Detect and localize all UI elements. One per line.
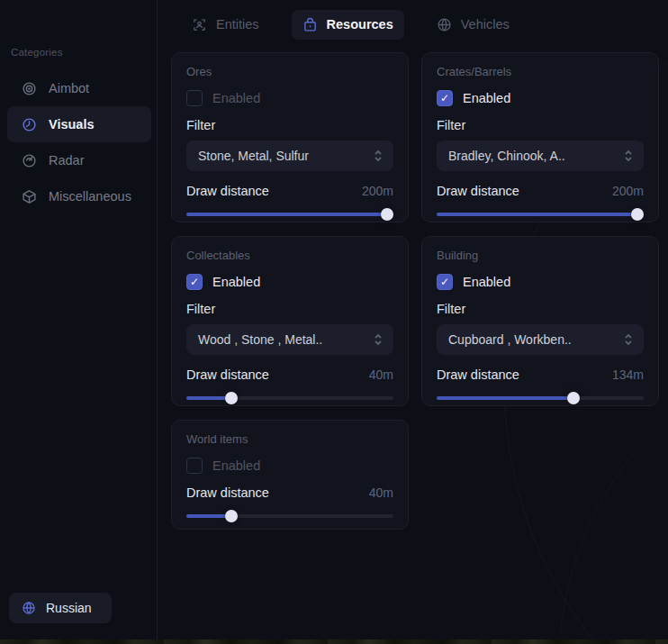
draw-distance-value: 40m [369, 485, 393, 500]
draw-distance-label: Draw distance [437, 184, 519, 198]
card-title: Ores [186, 65, 393, 78]
enabled-checkbox[interactable]: ✓ [437, 274, 453, 290]
enabled-label: Enabled [212, 458, 260, 473]
card-building: Building ✓ Enabled Filter Cupboard , Wor… [421, 236, 659, 406]
card-title: Crates/Barrels [437, 65, 644, 78]
tab-label: Vehicles [461, 17, 510, 32]
globe-icon [437, 17, 452, 32]
radar-icon [22, 153, 37, 168]
sidebar-item-radar[interactable]: Radar [7, 142, 151, 178]
tab-label: Resources [327, 17, 393, 32]
box-icon [302, 17, 318, 32]
tab-bar: Entities Resources Vehicles [158, 0, 668, 40]
enabled-row: ✓ Enabled [186, 274, 393, 290]
main-panel: Entities Resources Vehicles Ores ✓ Enabl… [158, 0, 668, 644]
slider-thumb[interactable] [631, 208, 644, 221]
filter-label: Filter [186, 302, 393, 316]
chevron-up-down-icon [623, 150, 634, 162]
sidebar-item-label: Aimbot [49, 81, 89, 95]
sidebar: Categories Aimbot Visuals Radar Miscella… [0, 0, 158, 639]
draw-distance-label: Draw distance [186, 485, 269, 500]
sidebar-item-label: Radar [49, 153, 85, 168]
card-title: Collectables [186, 249, 393, 262]
person-scan-icon [192, 17, 207, 32]
tab-resources[interactable]: Resources [292, 10, 404, 40]
game-background-strip [0, 639, 668, 644]
enabled-checkbox[interactable]: ✓ [186, 90, 203, 106]
slider-fill [437, 396, 575, 400]
enabled-row: ✓ Enabled [437, 90, 644, 106]
filter-dropdown-value: Cupboard , Workben.. [448, 332, 572, 347]
slider-thumb[interactable] [567, 392, 580, 404]
tab-label: Entities [216, 17, 259, 32]
filter-dropdown[interactable]: Cupboard , Workben.. [437, 324, 644, 355]
slider-thumb[interactable] [225, 510, 238, 522]
chevron-up-down-icon [373, 150, 384, 162]
draw-distance-value: 40m [369, 367, 393, 382]
filter-label: Filter [437, 302, 644, 316]
tab-entities[interactable]: Entities [181, 10, 270, 40]
filter-dropdown[interactable]: Wood , Stone , Metal.. [186, 324, 393, 355]
sidebar-item-visuals[interactable]: Visuals [7, 106, 151, 142]
draw-distance-row: Draw distance 200m [186, 184, 393, 198]
language-button-label: Russian [46, 601, 92, 615]
card-ores: Ores ✓ Enabled Filter Stone, Metal, Sulf… [171, 52, 409, 222]
draw-distance-row: Draw distance 200m [437, 184, 644, 198]
card-title: World items [186, 432, 393, 446]
draw-distance-row: Draw distance 40m [186, 367, 393, 382]
eye-icon [22, 117, 37, 132]
draw-distance-slider[interactable] [437, 208, 644, 221]
filter-label: Filter [186, 118, 393, 132]
draw-distance-label: Draw distance [437, 367, 519, 382]
enabled-label: Enabled [463, 91, 510, 105]
filter-dropdown[interactable]: Bradley, Chinook, A.. [437, 141, 644, 171]
slider-thumb[interactable] [381, 208, 393, 221]
cube-icon [22, 189, 37, 204]
enabled-checkbox[interactable]: ✓ [437, 90, 453, 106]
slider-fill [186, 213, 393, 216]
categories-label: Categories [11, 47, 157, 58]
draw-distance-value: 200m [612, 184, 644, 198]
slider-fill [437, 213, 644, 216]
filter-dropdown[interactable]: Stone, Metal, Sulfur [186, 141, 393, 171]
enabled-row: ✓ Enabled [437, 274, 644, 290]
card-grid: Ores ✓ Enabled Filter Stone, Metal, Sulf… [171, 52, 659, 530]
draw-distance-slider[interactable] [186, 208, 393, 221]
enabled-checkbox[interactable]: ✓ [186, 458, 203, 474]
slider-fill [186, 396, 228, 400]
chevron-up-down-icon [623, 333, 634, 346]
draw-distance-value: 134m [612, 367, 644, 382]
enabled-label: Enabled [463, 275, 510, 289]
enabled-row: ✓ Enabled [186, 458, 393, 474]
globe-icon [22, 601, 36, 615]
draw-distance-label: Draw distance [186, 367, 269, 382]
chevron-up-down-icon [373, 333, 384, 346]
slider-thumb[interactable] [225, 392, 238, 404]
slider-fill [186, 514, 228, 518]
enabled-label: Enabled [212, 275, 260, 289]
language-button[interactable]: Russian [9, 593, 112, 623]
tab-vehicles[interactable]: Vehicles [426, 10, 520, 40]
draw-distance-row: Draw distance 40m [186, 485, 393, 500]
crosshair-icon [22, 81, 37, 96]
card-crates-barrels: Crates/Barrels ✓ Enabled Filter Bradley,… [421, 52, 659, 222]
sidebar-item-label: Miscellaneous [49, 189, 131, 204]
sidebar-item-miscellaneous[interactable]: Miscellaneous [7, 178, 151, 214]
draw-distance-label: Draw distance [186, 184, 269, 198]
sidebar-item-label: Visuals [49, 117, 95, 132]
draw-distance-slider[interactable] [437, 392, 644, 404]
draw-distance-slider[interactable] [186, 510, 393, 522]
enabled-checkbox[interactable]: ✓ [186, 274, 203, 290]
enabled-label: Enabled [212, 91, 260, 105]
filter-dropdown-value: Wood , Stone , Metal.. [198, 332, 322, 347]
sidebar-item-aimbot[interactable]: Aimbot [7, 70, 151, 106]
draw-distance-row: Draw distance 134m [437, 367, 644, 382]
filter-dropdown-value: Bradley, Chinook, A.. [448, 149, 565, 163]
enabled-row: ✓ Enabled [186, 90, 393, 106]
draw-distance-slider[interactable] [186, 392, 393, 404]
card-title: Building [437, 249, 644, 262]
card-world-items: World items ✓ Enabled Draw distance 40m [171, 420, 409, 530]
filter-dropdown-value: Stone, Metal, Sulfur [198, 149, 309, 163]
filter-label: Filter [437, 118, 644, 132]
card-collectables: Collectables ✓ Enabled Filter Wood , Sto… [171, 236, 409, 406]
